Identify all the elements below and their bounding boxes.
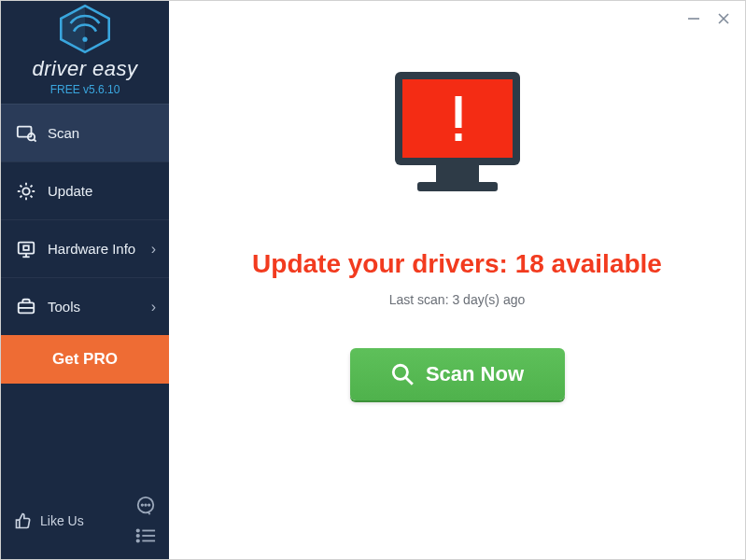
like-us-label: Like Us (40, 513, 84, 528)
app-logo-icon (50, 1, 120, 57)
like-us-button[interactable]: Like Us (14, 511, 84, 530)
sidebar-item-label: Hardware Info (48, 241, 135, 257)
logo-region: driver easy FREE v5.6.10 (1, 1, 169, 96)
window-controls (685, 10, 732, 27)
get-pro-button[interactable]: Get PRO (1, 335, 169, 384)
last-scan-label: Last scan: 3 day(s) ago (389, 292, 526, 307)
svg-rect-29 (417, 182, 498, 191)
hardware-info-icon (16, 239, 36, 259)
svg-rect-10 (23, 245, 29, 250)
tools-icon (16, 297, 36, 317)
sidebar-bottom-icons (135, 496, 156, 546)
version-label: FREE v5.6.10 (1, 83, 169, 96)
scan-icon (16, 123, 36, 144)
sidebar-item-hardware-info[interactable]: Hardware Info › (1, 219, 169, 277)
sidebar-item-label: Scan (48, 125, 79, 141)
alert-monitor-icon (378, 59, 537, 221)
svg-rect-3 (18, 126, 32, 136)
svg-point-6 (22, 188, 29, 194)
close-button[interactable] (715, 10, 732, 27)
svg-rect-30 (455, 96, 461, 128)
update-icon (16, 181, 36, 202)
svg-point-32 (393, 365, 407, 379)
svg-point-21 (137, 539, 139, 541)
sidebar-bottom: Like Us (1, 486, 169, 559)
svg-rect-31 (455, 133, 461, 141)
svg-point-2 (82, 37, 87, 42)
status-headline: Update your drivers: 18 available (252, 249, 662, 279)
sidebar: driver easy FREE v5.6.10 Scan Update (1, 1, 169, 559)
search-icon (390, 362, 415, 386)
main-panel: Update your drivers: 18 available Last s… (169, 1, 745, 559)
sidebar-item-tools[interactable]: Tools › (1, 277, 169, 335)
svg-line-33 (405, 377, 412, 384)
brand-name: driver easy (1, 57, 169, 81)
svg-point-17 (137, 529, 139, 531)
svg-marker-1 (61, 6, 85, 52)
minimize-button[interactable] (685, 10, 702, 27)
svg-rect-7 (19, 242, 35, 253)
svg-rect-28 (436, 165, 479, 182)
sidebar-nav: Scan Update Hardware Info › (1, 104, 169, 335)
svg-point-19 (137, 535, 139, 537)
sidebar-item-label: Update (48, 183, 92, 199)
svg-line-5 (34, 139, 35, 141)
chevron-right-icon: › (151, 299, 156, 315)
svg-point-15 (145, 504, 146, 505)
scan-now-button[interactable]: Scan Now (350, 348, 565, 400)
sidebar-item-label: Tools (48, 299, 80, 315)
scan-button-label: Scan Now (426, 362, 524, 386)
sidebar-item-scan[interactable]: Scan (1, 104, 169, 161)
menu-icon[interactable] (135, 525, 156, 546)
thumbs-up-icon (14, 511, 33, 530)
sidebar-item-update[interactable]: Update (1, 161, 169, 219)
svg-point-16 (148, 504, 149, 505)
get-pro-label: Get PRO (52, 350, 118, 369)
svg-point-14 (142, 504, 143, 505)
sidebar-spacer (1, 384, 169, 486)
feedback-icon[interactable] (135, 496, 156, 516)
chevron-right-icon: › (151, 241, 156, 258)
